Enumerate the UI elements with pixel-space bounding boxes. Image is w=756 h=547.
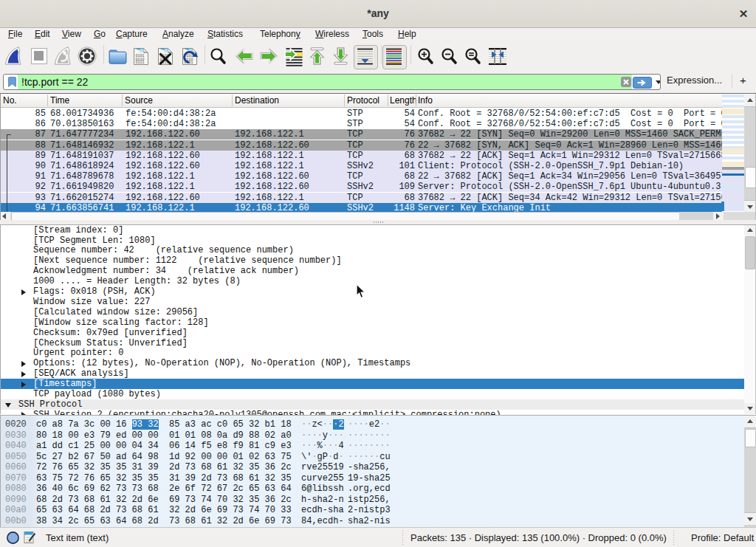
svg-text:0111: 0111 <box>136 61 145 65</box>
